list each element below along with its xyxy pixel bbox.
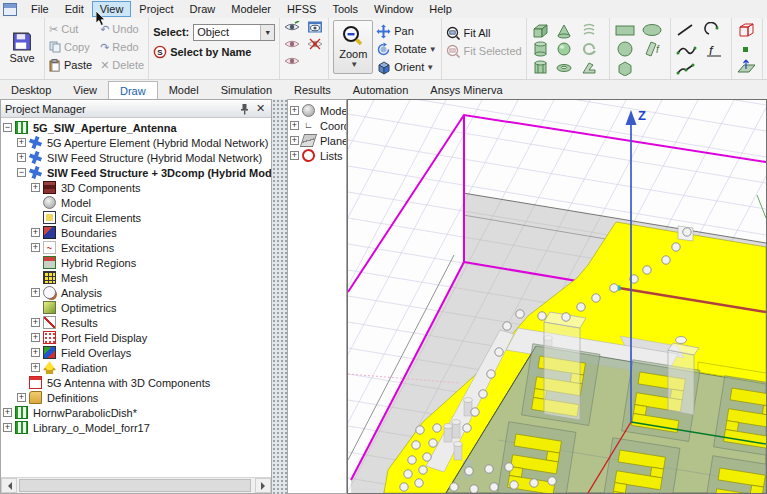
tree-expander[interactable]: + [31,243,40,252]
hide-all-icon[interactable] [307,38,324,50]
horizontal-scrollbar[interactable] [1,477,271,493]
tab-results[interactable]: Results [283,81,342,99]
draw-circle-icon[interactable] [618,42,632,56]
tree-item-mesh[interactable]: Mesh [1,270,271,285]
tree-item-5g-siw-aperture-antenna[interactable]: − 5G_SIW_Aperture_Antenna [1,120,271,135]
draw-equation-curve-icon[interactable]: f [707,43,721,58]
pan-button[interactable]: Pan [376,22,436,40]
tree-item-siw-feed-structure-3dcomp-hybrid-modal-netw[interactable]: − SIW Feed Structure + 3Dcomp (Hybrid Mo… [1,165,271,180]
tree-expander[interactable]: + [17,153,26,162]
tree-expander[interactable]: + [3,423,12,432]
draw-sweep-icon[interactable] [583,63,595,73]
draw-ellipse-icon[interactable] [643,25,661,36]
tree-expander[interactable]: + [31,333,40,342]
tree-item-field-overlays[interactable]: + Field Overlays [1,345,271,360]
draw-point-icon[interactable] [743,47,748,52]
tree-expander[interactable]: + [31,288,40,297]
tree-item-5g-antenna-with-3d-components[interactable]: 5G Antenna with 3D Components [1,375,271,390]
tree-expander[interactable]: + [17,393,26,402]
redo-button[interactable]: ↷Redo [100,38,144,56]
tree-item-results[interactable]: + Results [1,315,271,330]
tree-item-3d-components[interactable]: + 3D Components [1,180,271,195]
draw-regular-polygon-icon[interactable] [619,62,631,76]
menu-window[interactable]: Window [366,1,421,17]
tree-item-boundaries[interactable]: + Boundaries [1,225,271,240]
draw-region-icon[interactable] [740,24,753,36]
tree-expander[interactable]: + [290,106,299,115]
show-selected-icon[interactable] [284,21,301,33]
tree-item-hornwparabolicdish[interactable]: + HornwParabolicDish* [1,405,271,420]
tree-expander[interactable]: + [290,151,299,160]
pin-icon[interactable] [238,102,251,115]
tab-draw[interactable]: Draw [108,81,158,100]
tree-expander[interactable]: + [3,408,12,417]
tab-desktop[interactable]: Desktop [0,81,62,99]
scroll-left-icon[interactable] [1,478,17,493]
draw-line-icon[interactable] [678,25,692,35]
tree-expander[interactable]: + [31,363,40,372]
draw-cone-icon[interactable] [558,25,570,38]
3d-scene[interactable]: Z [348,100,766,493]
tree-item-siw-feed-structure-hybrid-modal-network[interactable]: + SIW Feed Structure (Hybrid Modal Netwo… [1,150,271,165]
menu-file[interactable]: File [23,1,57,17]
draw-polyline-icon[interactable] [676,64,694,75]
modeler-3d-viewport[interactable]: Z [347,99,767,494]
rotate-button[interactable]: Rotate▼ [376,40,436,58]
tree-item-analysis[interactable]: + Analysis [1,285,271,300]
menu-project[interactable]: Project [131,1,181,17]
tree-expander[interactable]: + [31,183,40,192]
visibility-window-icon[interactable] [307,21,324,33]
copy-button[interactable]: Copy [49,38,92,56]
tree-item-model[interactable]: + Model [288,103,346,118]
show-all-icon[interactable] [284,55,301,67]
tab-simulation[interactable]: Simulation [210,81,283,99]
tree-item-hybrid-regions[interactable]: Hybrid Regions [1,255,271,270]
tab-ansys-minerva[interactable]: Ansys Minerva [419,81,513,99]
tree-item-coord[interactable]: + ∟ Coord [288,118,346,133]
menu-help[interactable]: Help [421,1,460,17]
tree-expander[interactable]: + [31,228,40,237]
draw-plane-icon[interactable] [738,60,755,72]
tree-item-circuit-elements[interactable]: Circuit Elements [1,210,271,225]
tree-item-excitations[interactable]: + ~ Excitations [1,240,271,255]
hide-selected-icon[interactable] [284,38,301,50]
draw-spiral-icon[interactable] [584,44,595,54]
menu-hfss[interactable]: HFSS [279,1,324,17]
save-button[interactable]: Save [4,20,40,75]
select-by-name-button[interactable]: S Select by Name [153,43,275,61]
select-mode-dropdown[interactable]: Object ▼ [193,24,275,41]
draw-sphere-icon[interactable] [558,43,570,55]
tree-item-library-o-model-forr17[interactable]: + Library_o_Model_forr17 [1,420,271,435]
draw-equation-surface-icon[interactable]: f [646,42,660,56]
draw-helix-icon[interactable] [584,25,594,35]
tree-item-model[interactable]: Model [1,195,271,210]
draw-spline-icon[interactable] [676,47,696,55]
tree-expander[interactable]: + [290,136,299,145]
draw-cylinder-icon[interactable] [535,42,546,56]
tree-item-definitions[interactable]: + Definitions [1,390,271,405]
tab-model[interactable]: Model [158,81,210,99]
draw-regular-prism-icon[interactable] [535,61,546,73]
tree-expander[interactable]: + [31,348,40,357]
tab-view[interactable]: View [62,81,108,99]
zoom-button[interactable]: Zoom ▼ [333,20,373,74]
draw-box-icon[interactable] [534,25,547,37]
tree-expander[interactable]: + [17,138,26,147]
menu-draw[interactable]: Draw [182,1,224,17]
orient-button[interactable]: Orient▼ [376,58,436,76]
menu-tools[interactable]: Tools [324,1,366,17]
tree-item-radiation[interactable]: + Radiation [1,360,271,375]
draw-arc-icon[interactable] [705,22,718,34]
tree-item-5g-aperture-element-hybrid-modal-network[interactable]: + 5G Aperture Element (Hybrid Modal Netw… [1,135,271,150]
tab-automation[interactable]: Automation [342,81,420,99]
close-icon[interactable]: ✕ [254,102,267,115]
tree-item-port-field-display[interactable]: + Port Field Display [1,330,271,345]
delete-button[interactable]: ✕Delete [100,56,144,74]
tree-expander[interactable]: − [17,168,26,177]
fit-selected-button[interactable]: Fit Selected [446,42,522,60]
tree-expander[interactable]: + [31,318,40,327]
draw-rectangle-icon[interactable] [616,26,634,35]
tree-expander[interactable]: + [290,121,299,130]
operations-button[interactable]: Operations ▼ [763,18,767,79]
cut-button[interactable]: ✂Cut [49,20,92,38]
